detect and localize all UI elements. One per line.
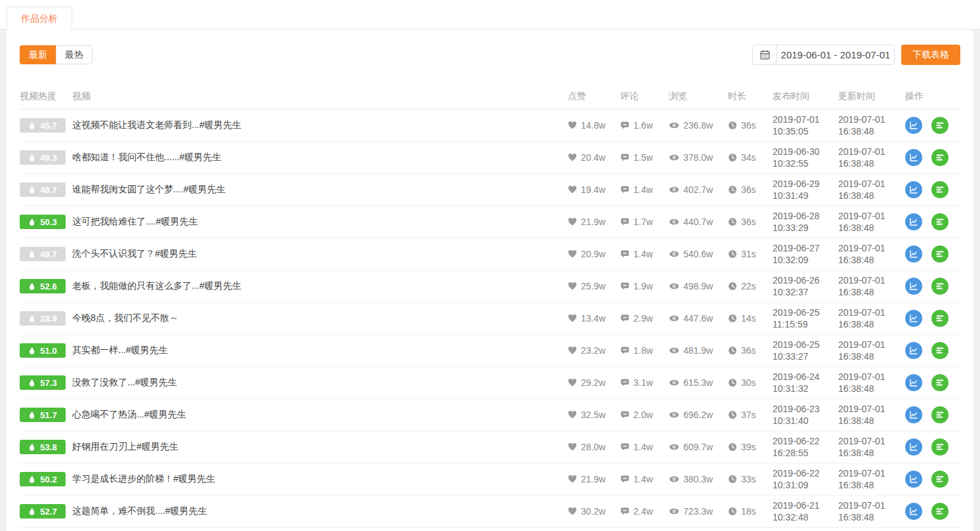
heart-icon (568, 378, 577, 387)
eye-icon (669, 249, 679, 259)
likes-value: 13.4w (581, 313, 605, 324)
detail-list-button[interactable] (931, 245, 948, 263)
video-title-link[interactable]: 没救了没救了...#暖男先生 (72, 377, 568, 389)
date-range-value[interactable]: 2019-06-01 - 2019-07-01 (777, 45, 894, 64)
detail-list-button[interactable] (931, 406, 948, 423)
comment-icon (620, 314, 629, 323)
detail-list-button[interactable] (931, 438, 948, 456)
heat-badge: 28.9 (20, 311, 66, 326)
flame-icon (28, 250, 35, 259)
video-title-link[interactable]: 这可把我给难住了....#暖男先生 (72, 216, 568, 228)
video-title-link[interactable]: 好钢用在刀刃上#暖男先生 (72, 441, 568, 453)
trend-chart-button[interactable] (905, 245, 922, 263)
update-date: 2019-07-01 (838, 178, 905, 190)
comment-icon (620, 217, 629, 226)
trend-chart-button[interactable] (905, 406, 922, 423)
download-table-button[interactable]: 下载表格 (901, 45, 960, 65)
duration-value: 39s (741, 442, 756, 452)
video-title-link[interactable]: 这视频不能让我语文老师看到...#暖男先生 (72, 119, 568, 131)
publish-time: 2019-06-29 10:31:49 (773, 178, 838, 202)
list-lines-icon (935, 249, 945, 259)
publish-clock: 10:32:48 (773, 511, 838, 523)
list-lines-icon (935, 378, 945, 387)
video-title-link[interactable]: 啥都知道！我问不住他......#暖男先生 (72, 152, 568, 163)
video-title-link[interactable]: 洗个头不认识我了？#暖男先生 (72, 248, 568, 260)
trend-chart-button[interactable] (905, 181, 922, 198)
likes-value: 14.8w (581, 120, 605, 131)
video-title-link[interactable]: 谁能帮我闺女圆了这个梦....#暖男先生 (72, 184, 568, 196)
detail-list-button[interactable] (931, 278, 948, 295)
update-clock: 16:38:48 (838, 254, 905, 266)
list-lines-icon (935, 217, 945, 226)
publish-date: 2019-06-24 (773, 371, 838, 383)
sort-newest-button[interactable]: 最新 (20, 45, 56, 64)
trend-chart-button[interactable] (905, 342, 922, 359)
detail-list-button[interactable] (931, 503, 948, 520)
eye-icon (669, 346, 679, 355)
likes-value: 19.4w (581, 184, 605, 195)
heat-badge: 52.6 (20, 279, 66, 293)
flame-icon (28, 121, 35, 130)
trend-chart-button[interactable] (905, 310, 922, 327)
calendar-icon[interactable] (753, 45, 777, 64)
trend-chart-button[interactable] (905, 438, 922, 456)
col-header-views: 浏览 (669, 91, 728, 102)
detail-list-button[interactable] (931, 149, 948, 166)
video-title-link[interactable]: 心急喝不了热汤...#暖男先生 (72, 409, 568, 421)
video-title-link[interactable]: 这题简单，难不倒我....#暖男先生 (72, 505, 568, 517)
col-header-video: 视频 (72, 91, 568, 102)
line-chart-icon (909, 314, 918, 323)
update-date: 2019-07-01 (838, 371, 905, 383)
heart-icon (568, 153, 577, 162)
trend-chart-button[interactable] (905, 374, 922, 391)
detail-list-button[interactable] (931, 471, 948, 488)
col-header-update: 更新时间 (838, 91, 905, 102)
trend-chart-button[interactable] (905, 149, 922, 166)
detail-list-button[interactable] (931, 213, 948, 230)
detail-list-button[interactable] (931, 310, 948, 327)
video-title-link[interactable]: 其实都一样...#暖男先生 (72, 345, 568, 356)
heart-icon (568, 249, 577, 259)
heart-icon (568, 121, 577, 130)
publish-clock: 10:32:09 (773, 254, 838, 266)
detail-list-button[interactable] (931, 374, 948, 391)
publish-clock: 10:35:05 (773, 125, 838, 137)
publish-clock: 10:33:27 (773, 350, 838, 362)
table-row: 50.2 学习是成长进步的阶梯！#暖男先生 21.9w 1.4w (20, 463, 960, 496)
trend-chart-button[interactable] (905, 213, 922, 230)
heat-value: 51.7 (40, 410, 56, 420)
duration-value: 34s (741, 152, 756, 163)
comments-value: 1.8w (633, 345, 653, 356)
heat-value: 53.8 (40, 442, 56, 452)
publish-date: 2019-07-01 (773, 114, 838, 125)
publish-time: 2019-06-28 10:33:29 (773, 210, 838, 234)
detail-list-button[interactable] (931, 181, 948, 198)
publish-date: 2019-06-29 (773, 178, 838, 190)
sort-hottest-button[interactable]: 最热 (56, 45, 93, 64)
publish-date: 2019-06-27 (773, 242, 838, 254)
video-title-link[interactable]: 学习是成长进步的阶梯！#暖男先生 (72, 473, 568, 485)
clock-icon (728, 121, 737, 130)
trend-chart-button[interactable] (905, 471, 922, 488)
likes-value: 29.2w (581, 377, 605, 388)
detail-list-button[interactable] (931, 117, 948, 134)
update-date: 2019-07-01 (838, 146, 905, 158)
trend-chart-button[interactable] (905, 278, 922, 295)
heart-icon (568, 346, 577, 355)
update-clock: 16:38:48 (838, 511, 905, 523)
detail-list-button[interactable] (931, 342, 948, 359)
date-range-picker[interactable]: 2019-06-01 - 2019-07-01 (752, 45, 895, 65)
video-title-link[interactable]: 老板，我能做的只有这么多了...#暖男先生 (72, 280, 568, 292)
comment-icon (620, 185, 629, 194)
line-chart-icon (909, 346, 918, 355)
tab-works-analysis[interactable]: 作品分析 (7, 7, 72, 30)
heat-value: 51.0 (40, 346, 56, 356)
views-value: 440.7w (683, 217, 713, 227)
trend-chart-button[interactable] (905, 117, 922, 134)
video-title-link[interactable]: 今晚8点，我们不见不散～ (72, 312, 568, 324)
duration-value: 37s (741, 410, 756, 420)
trend-chart-button[interactable] (905, 503, 922, 520)
publish-date: 2019-06-21 (773, 499, 838, 511)
likes-value: 32.5w (581, 410, 605, 420)
eye-icon (669, 475, 679, 484)
